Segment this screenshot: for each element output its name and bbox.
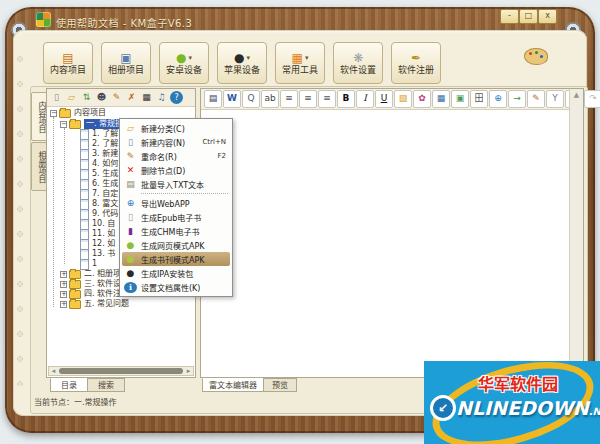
watermark-chinese-text: 华军软件园	[478, 371, 558, 395]
save-icon[interactable]: ▤	[204, 90, 222, 108]
album-project-button[interactable]: ▣ ▾ 相册项目	[101, 42, 151, 84]
insert-media-icon[interactable]: ▦	[432, 90, 450, 108]
expand-icon[interactable]: +	[60, 291, 67, 298]
tree-item[interactable]: 6. 生成	[80, 179, 118, 189]
collapse-icon[interactable]: −	[60, 121, 67, 128]
collapse-icon[interactable]: −	[50, 110, 57, 117]
close-button[interactable]: x	[538, 9, 557, 24]
italic-icon[interactable]: I	[356, 90, 374, 108]
import-txt-icon: ▤	[124, 179, 137, 190]
scroll-up-icon[interactable]: ▲	[574, 89, 579, 101]
scroll-left-icon[interactable]: ◂	[49, 367, 58, 375]
filter-icon[interactable]: Y	[546, 90, 564, 108]
menu-item-label: 设置文档属性(K)	[141, 282, 201, 293]
tree-item[interactable]: 7. 自定	[80, 189, 118, 199]
qr-code-icon[interactable]: ▦	[140, 91, 153, 104]
export-word-icon[interactable]: W	[223, 90, 241, 108]
tree-root-node[interactable]: − 内容项目	[50, 108, 106, 118]
tree-item[interactable]: 4. 如何	[80, 159, 118, 169]
menu-new-category[interactable]: ▱ 新建分类(C)	[120, 121, 232, 135]
scrollbar-thumb[interactable]	[59, 368, 183, 374]
editor-panel[interactable]	[200, 88, 584, 378]
edit-source-icon[interactable]: ✎	[527, 90, 545, 108]
tree-item[interactable]: 1	[80, 259, 118, 269]
tree-item[interactable]: 12. 如	[80, 239, 118, 249]
tree-hscrollbar[interactable]: ◂ ▸	[48, 366, 194, 376]
word-count-icon[interactable]: ab	[261, 90, 279, 108]
tab-preview[interactable]: 预览	[263, 378, 297, 392]
import-icon[interactable]: →	[508, 90, 526, 108]
menu-delete-node[interactable]: ✕ 删除节点(D)	[120, 163, 232, 177]
edit-icon[interactable]: ✎	[110, 91, 123, 104]
expand-icon[interactable]: +	[60, 281, 67, 288]
menu-import-txt[interactable]: ▤ 批量导入TXT文本	[120, 177, 232, 191]
tree-item[interactable]: 3. 新建	[80, 149, 118, 159]
highlight-color-icon[interactable]: ▧	[394, 90, 412, 108]
tree-item[interactable]: 13. 书	[80, 249, 118, 259]
delete-icon: ✕	[124, 165, 137, 176]
new-document-icon: ▯	[124, 137, 137, 148]
photo-icon: ▣	[120, 51, 131, 65]
speaker-icon[interactable]: ♫	[155, 91, 168, 104]
font-color-icon[interactable]: ✿	[413, 90, 431, 108]
bold-icon[interactable]: B	[337, 90, 355, 108]
editor-vscrollbar[interactable]: ▲ ▼	[569, 89, 583, 377]
tree-item-label: 13. 书	[92, 249, 115, 259]
tree-item[interactable]: 5. 生成	[80, 169, 118, 179]
menu-document-properties[interactable]: ℹ 设置文档属性(K)	[120, 280, 232, 294]
ribbon-button-label: 安卓设备	[166, 65, 202, 76]
tab-richtext-editor[interactable]: 富文本编辑器	[202, 378, 264, 392]
expand-icon[interactable]: +	[60, 301, 67, 308]
menu-export-webapp[interactable]: ⊕ 导出WebAPP	[120, 196, 232, 210]
common-tools-button[interactable]: ▦ ▾ 常用工具	[275, 42, 325, 84]
apple-device-button[interactable]: ● ▾ 苹果设备	[217, 42, 267, 84]
tree-item[interactable]: 2. 了解	[80, 139, 118, 149]
window-title: 使用帮助文档 - KM盒子V6.3	[56, 15, 192, 30]
insert-table-icon[interactable]: 田	[470, 90, 488, 108]
menu-make-ipa[interactable]: ● 生成IPA安装包	[120, 266, 232, 280]
user-export-icon[interactable]: ☻	[95, 91, 108, 104]
tree-item[interactable]: 9. 代码	[80, 209, 118, 219]
menu-make-book-apk[interactable]: ● 生成书刊模式APK	[122, 252, 230, 266]
underline-icon[interactable]: U	[375, 90, 393, 108]
menu-make-web-apk[interactable]: ● 生成网页模式APK	[120, 238, 232, 252]
tree-children: 1. 了解 2. 了解 3. 新建 4. 如何 5. 生成	[80, 129, 118, 269]
menu-new-content[interactable]: ▯ 新建内容(N) Ctrl+N	[120, 135, 232, 149]
scroll-right-icon[interactable]: ▸	[184, 367, 193, 375]
align-center-icon[interactable]: ≡	[299, 90, 317, 108]
menu-make-chm[interactable]: ▮ 生成CHM电子书	[120, 224, 232, 238]
align-right-icon[interactable]: ≡	[318, 90, 336, 108]
open-folder-icon[interactable]: ▱	[65, 91, 78, 104]
open-folder-icon	[69, 120, 81, 129]
backup-sync-icon[interactable]: ⇅	[80, 91, 93, 104]
insert-image-icon[interactable]: ▣	[451, 90, 469, 108]
tree-folder-item[interactable]: + 五. 常见问题	[60, 299, 129, 309]
tab-directory[interactable]: 目录	[50, 378, 88, 392]
minimize-button[interactable]: -	[500, 9, 519, 24]
software-settings-button[interactable]: ❋ ▾ 软件设置	[333, 42, 383, 84]
tree-item[interactable]: 10. 自	[80, 219, 118, 229]
help-icon[interactable]: ?	[170, 91, 183, 104]
content-project-button[interactable]: ▤ ▾ 内容项目	[43, 42, 93, 84]
tab-search[interactable]: 搜索	[87, 378, 125, 392]
tree-item[interactable]: 1. 了解	[80, 129, 118, 139]
menu-make-epub[interactable]: ▯ 生成Epub电子书	[120, 210, 232, 224]
redo-icon[interactable]: ↷	[584, 90, 600, 108]
new-document-icon[interactable]: ▯	[50, 91, 63, 104]
tree-item-label: 1	[92, 259, 97, 269]
maximize-button[interactable]: □	[519, 9, 538, 24]
tree-item-label: 4. 如何	[92, 159, 118, 169]
software-register-button[interactable]: ✒ ▾ 软件注册	[391, 42, 441, 84]
tree-item[interactable]: 11. 如	[80, 229, 118, 239]
palette-icon[interactable]	[524, 48, 548, 65]
align-left-icon[interactable]: ≡	[280, 90, 298, 108]
android-device-button[interactable]: ● ▾ 安卓设备	[159, 42, 209, 84]
apple-icon: ●	[234, 51, 244, 65]
expand-icon[interactable]: +	[60, 271, 67, 278]
watermark-net: .NET	[589, 406, 600, 417]
delete-tools-icon[interactable]: ✗	[125, 91, 138, 104]
menu-rename[interactable]: ✎ 重命名(R) F2	[120, 149, 232, 163]
hyperlink-icon[interactable]: ⊕	[489, 90, 507, 108]
tree-item[interactable]: 8. 富文	[80, 199, 118, 209]
find-icon[interactable]: Q	[242, 90, 260, 108]
